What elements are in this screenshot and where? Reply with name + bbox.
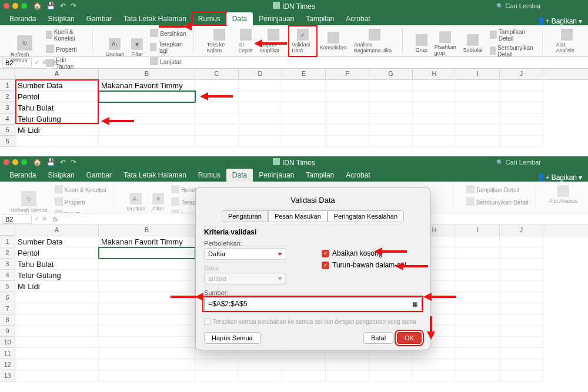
fx-icon[interactable]: fx [53, 59, 58, 66]
col-A[interactable]: A [15, 225, 99, 236]
cell-A5[interactable]: Mi Lidi [15, 125, 99, 136]
subtotal-button[interactable]: Subtotal [461, 33, 485, 54]
pisahkan-button[interactable]: Pisahkan grup [432, 30, 459, 57]
tab-beranda[interactable]: Beranda [4, 169, 42, 182]
home-icon[interactable]: 🏠 [33, 2, 42, 10]
teks-kolom-button[interactable]: Teks ke Kolom [205, 28, 234, 55]
batal-button[interactable]: Batal [363, 332, 393, 344]
redo-icon[interactable]: ↷ [71, 2, 76, 10]
search-box[interactable]: Cari Lembar [496, 2, 541, 9]
tampilkan-detail-button[interactable]: Tampilkan Detail [487, 28, 538, 43]
close-window[interactable] [4, 159, 9, 165]
tab-sisipkan[interactable]: Sisipkan [42, 12, 80, 25]
tab-gambar[interactable]: Gambar [81, 169, 118, 182]
fx-icon[interactable]: fx [53, 216, 58, 223]
cell-A3[interactable]: Tahu Bulat [15, 102, 99, 113]
tab-tampilan[interactable]: Tampilan [300, 169, 340, 182]
maximize-window[interactable] [21, 159, 27, 165]
col-E[interactable]: E [282, 69, 326, 79]
hapus-semua-button[interactable]: Hapus Semua [204, 332, 260, 344]
tab-tata-letak[interactable]: Tata Letak Halaman [118, 12, 192, 25]
dialog-tab-pesan-masukan[interactable]: Pesan Masukan [268, 210, 328, 222]
filter-button[interactable]: ▼Filter [129, 37, 145, 58]
perbolehkan-select[interactable]: Daftar [204, 248, 286, 260]
tab-data[interactable]: Data [226, 169, 253, 182]
cell-A2[interactable]: Pentol [15, 91, 99, 102]
minimize-window[interactable] [12, 159, 18, 165]
cell-B2-selected[interactable] [99, 91, 195, 102]
cell-B1[interactable]: Makanan Favorit Timmy [99, 80, 195, 91]
analisis-button[interactable]: Analisis Bagaimana-Jika [352, 28, 397, 55]
tab-tata-letak[interactable]: Tata Letak Halaman [118, 169, 192, 182]
share-button[interactable]: 👤+ Bagikan ▾ [537, 17, 582, 25]
range-picker-icon[interactable]: ▦ [412, 301, 417, 307]
tab-rumus[interactable]: Rumus [192, 12, 226, 25]
tab-acrobat[interactable]: Acrobat [340, 169, 376, 182]
col-A[interactable]: A [15, 69, 99, 79]
hapus-duplikat-button[interactable]: Hapus Duplikat [258, 28, 289, 55]
perbolehkan-label: Perbolehkan: [204, 240, 304, 247]
ribbon-data: ↻Refresh Semua Kueri & Koneksi Properti … [0, 25, 588, 57]
dialog-tab-pengaturan[interactable]: Pengaturan [222, 210, 268, 222]
spreadsheet-top[interactable]: A B C D E F G H I J 1Sumber DataMakanan … [0, 69, 588, 147]
tab-peninjauan[interactable]: Peninjauan [253, 169, 300, 182]
tab-acrobat[interactable]: Acrobat [340, 12, 376, 25]
tab-sisipkan[interactable]: Sisipkan [42, 169, 80, 182]
dialog-tab-peringatan[interactable]: Peringatan Kesalahan [328, 210, 404, 222]
check-icon [322, 262, 329, 269]
col-I[interactable]: I [456, 225, 500, 236]
col-H[interactable]: H [413, 69, 456, 79]
abaikan-kosong-checkbox[interactable]: Abaikan kosong [322, 249, 422, 257]
grup-button[interactable]: Grup [413, 33, 430, 54]
col-I[interactable]: I [456, 69, 500, 79]
cell-A1[interactable]: Sumber Data [15, 80, 99, 91]
titlebar-bottom: 🏠 💾 ↶ ↷ IDN Times Cari Lembar [0, 156, 588, 168]
close-window[interactable] [4, 3, 9, 9]
terapkan-button[interactable]: Terapkan lagi [148, 40, 188, 55]
undo-icon[interactable]: ↶ [60, 158, 66, 166]
col-C[interactable]: C [195, 69, 239, 79]
ok-button[interactable]: OK [397, 332, 422, 344]
turun-bawah-checkbox[interactable]: Turun-bawah dalam-sel [322, 261, 422, 269]
cell-A4[interactable]: Telur Gulung [15, 113, 99, 125]
col-B[interactable]: B [99, 69, 195, 79]
lanjutan-button[interactable]: Lanjutan [148, 56, 188, 68]
maximize-window[interactable] [21, 3, 27, 9]
konsolidasi-button[interactable]: Konsolidasi [318, 31, 349, 52]
home-icon[interactable]: 🏠 [33, 158, 42, 166]
urutkan-button[interactable]: A↓Urutkan [103, 37, 127, 58]
col-J[interactable]: J [500, 69, 543, 79]
bersihkan-button[interactable]: Bersihkan [148, 28, 188, 39]
col-D[interactable]: D [239, 69, 282, 79]
col-G[interactable]: G [369, 69, 413, 79]
tab-tampilan[interactable]: Tampilan [300, 12, 340, 25]
save-icon[interactable]: 💾 [46, 158, 55, 166]
share-button[interactable]: 👤+ Bagikan ▾ [537, 173, 582, 182]
cell-B2-selected[interactable] [99, 247, 195, 259]
tab-beranda[interactable]: Beranda [4, 12, 42, 25]
properti-button[interactable]: Properti [44, 43, 87, 55]
tab-peninjauan[interactable]: Peninjauan [253, 12, 300, 25]
col-F[interactable]: F [326, 69, 369, 79]
doc-title: IDN Times [273, 158, 315, 167]
kriteria-label: Kriteria validasi [204, 228, 422, 236]
kueri-button[interactable]: Kueri & Koneksi [44, 28, 87, 43]
search-box[interactable]: Cari Lembar [496, 159, 541, 166]
name-box[interactable]: B2 [2, 58, 32, 68]
tab-gambar[interactable]: Gambar [81, 12, 118, 25]
name-box[interactable]: B2 [2, 215, 32, 224]
isi-cepat-button[interactable]: Isi Cepat [236, 28, 255, 55]
undo-icon[interactable]: ↶ [60, 2, 66, 10]
apply-all-note: Terapkan semua perubahan ke semua sel la… [204, 319, 422, 325]
sumber-input[interactable]: =$A$2:$A$5▦ [204, 297, 422, 310]
validasi-data-button[interactable]: ✓Validasi Data [290, 28, 315, 55]
save-icon[interactable]: 💾 [46, 2, 55, 10]
tab-rumus[interactable]: Rumus [192, 169, 226, 182]
minimize-window[interactable] [12, 3, 18, 9]
sembunyikan-detail-button[interactable]: Sembunyikan Detail [487, 43, 538, 59]
alat-analisis-button[interactable]: Alat Analisis [553, 28, 580, 55]
col-B[interactable]: B [99, 225, 195, 236]
tab-data[interactable]: Data [226, 12, 253, 25]
redo-icon[interactable]: ↷ [71, 158, 76, 166]
col-J[interactable]: J [500, 225, 543, 236]
